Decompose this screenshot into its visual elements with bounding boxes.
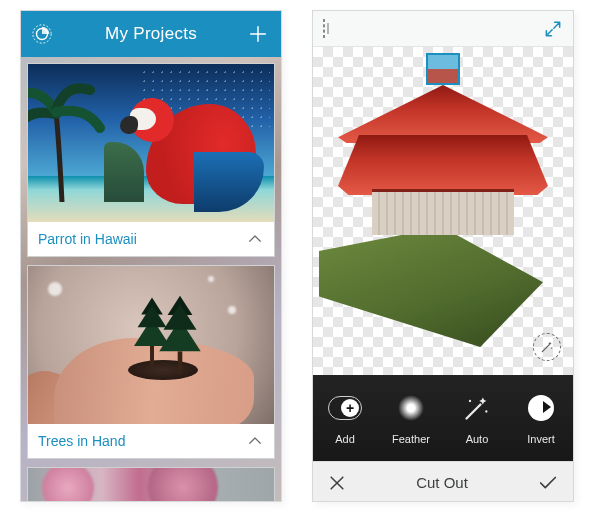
project-card[interactable]: Parrot in Hawaii bbox=[27, 63, 275, 257]
chevron-up-icon bbox=[246, 230, 264, 248]
project-card[interactable]: Trees in Hand bbox=[27, 265, 275, 459]
cutout-subject bbox=[338, 85, 548, 245]
expand-project-button[interactable] bbox=[246, 230, 264, 248]
project-title: Trees in Hand bbox=[38, 433, 125, 449]
tool-feather[interactable]: Feather bbox=[392, 391, 430, 445]
chevron-up-icon bbox=[246, 432, 264, 450]
mode-title: Cut Out bbox=[416, 474, 468, 491]
project-thumbnail bbox=[28, 266, 274, 424]
expand-project-button[interactable] bbox=[246, 432, 264, 450]
project-caption-row: Trees in Hand bbox=[28, 424, 274, 458]
add-project-button[interactable] bbox=[247, 23, 269, 45]
close-icon bbox=[327, 473, 347, 493]
magic-wand-icon bbox=[540, 340, 554, 354]
editor-canvas[interactable] bbox=[313, 47, 573, 375]
cancel-button[interactable] bbox=[327, 473, 347, 493]
project-title: Parrot in Hawaii bbox=[38, 231, 137, 247]
editor-bottom-bar: Cut Out bbox=[313, 461, 573, 502]
expand-icon bbox=[543, 19, 563, 39]
invert-icon bbox=[524, 391, 558, 425]
tool-label: Auto bbox=[466, 433, 489, 445]
projects-screen: My Projects bbox=[20, 10, 282, 502]
cutout-tools-row: + Add Feather Auto Invert bbox=[313, 375, 573, 461]
auto-icon bbox=[460, 391, 494, 425]
svg-point-2 bbox=[551, 348, 552, 349]
project-thumbnail bbox=[28, 64, 274, 222]
tool-label: Add bbox=[335, 433, 355, 445]
project-card[interactable] bbox=[27, 467, 275, 502]
cutout-editor-screen: + Add Feather Auto Invert bbox=[312, 10, 574, 502]
layers-button[interactable] bbox=[323, 20, 325, 38]
add-subtract-toggle-icon: + bbox=[328, 391, 362, 425]
svg-point-3 bbox=[469, 400, 471, 402]
tool-invert[interactable]: Invert bbox=[524, 391, 558, 445]
layer-thumbnail[interactable] bbox=[426, 53, 460, 85]
svg-point-4 bbox=[485, 410, 487, 412]
confirm-button[interactable] bbox=[537, 472, 559, 494]
header-bar: My Projects bbox=[21, 11, 281, 57]
feather-icon bbox=[394, 391, 428, 425]
fullscreen-button[interactable] bbox=[543, 19, 563, 39]
project-caption-row: Parrot in Hawaii bbox=[28, 222, 274, 256]
cutout-foreground bbox=[319, 227, 543, 347]
magic-wand-button[interactable] bbox=[533, 333, 561, 361]
project-thumbnail bbox=[28, 468, 274, 502]
tool-add[interactable]: + Add bbox=[328, 391, 362, 445]
check-icon bbox=[537, 472, 559, 494]
app-logo-icon[interactable] bbox=[31, 23, 53, 45]
header-title: My Projects bbox=[105, 24, 197, 44]
tool-label: Feather bbox=[392, 433, 430, 445]
tool-auto[interactable]: Auto bbox=[460, 391, 494, 445]
tool-label: Invert bbox=[527, 433, 555, 445]
plus-icon bbox=[247, 23, 269, 45]
layers-icon bbox=[323, 19, 325, 38]
editor-top-bar bbox=[313, 11, 573, 47]
project-list: Parrot in Hawaii bbox=[21, 57, 281, 502]
